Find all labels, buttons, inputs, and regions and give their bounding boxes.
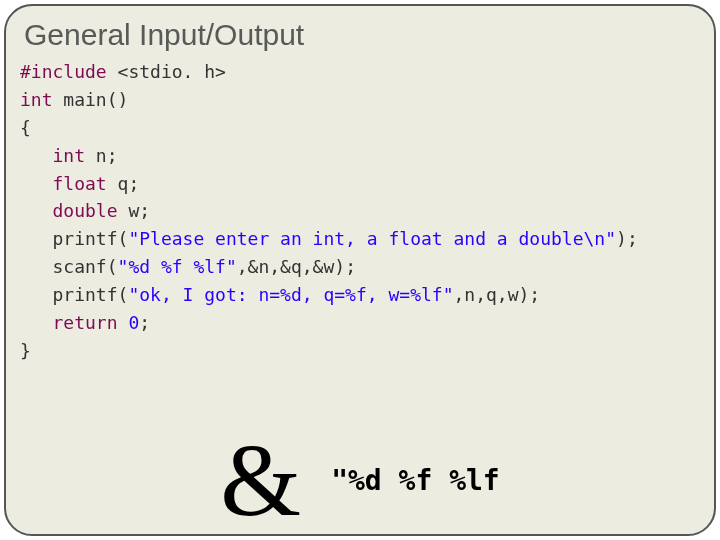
num-literal: 0	[118, 312, 140, 333]
kw-double: double	[20, 200, 118, 221]
code-text: }	[20, 340, 31, 361]
code-text: ;	[139, 312, 150, 333]
code-text: ,&n,&q,&w);	[237, 256, 356, 277]
code-text: <stdio. h>	[107, 61, 226, 82]
code-text: printf(	[20, 284, 128, 305]
bottom-row: & "%d %f %lf	[6, 428, 714, 532]
slide-title: General Input/Output	[24, 18, 714, 52]
code-text: scanf(	[20, 256, 118, 277]
code-text: printf(	[20, 228, 128, 249]
string-literal: "ok, I got: n=%d, q=%f, w=%lf"	[128, 284, 453, 305]
kw-float: float	[20, 173, 107, 194]
kw-int2: int	[20, 145, 85, 166]
code-text: {	[20, 117, 31, 138]
code-text: w;	[118, 200, 151, 221]
code-block: #include <stdio. h> int main() { int n; …	[20, 58, 714, 365]
string-literal: "%d %f %lf"	[118, 256, 237, 277]
code-text: ,n,q,w);	[453, 284, 540, 305]
slide-frame: General Input/Output #include <stdio. h>…	[4, 4, 716, 536]
kw-return: return	[20, 312, 118, 333]
code-text: q;	[107, 173, 140, 194]
kw-include: #include	[20, 61, 107, 82]
code-text: n;	[85, 145, 118, 166]
format-string: "%d %f %lf	[331, 464, 500, 497]
code-text: main()	[53, 89, 129, 110]
code-text: );	[616, 228, 638, 249]
kw-int: int	[20, 89, 53, 110]
ampersand-symbol: &	[220, 428, 301, 532]
string-literal: "Please enter an int, a float and a doub…	[128, 228, 616, 249]
